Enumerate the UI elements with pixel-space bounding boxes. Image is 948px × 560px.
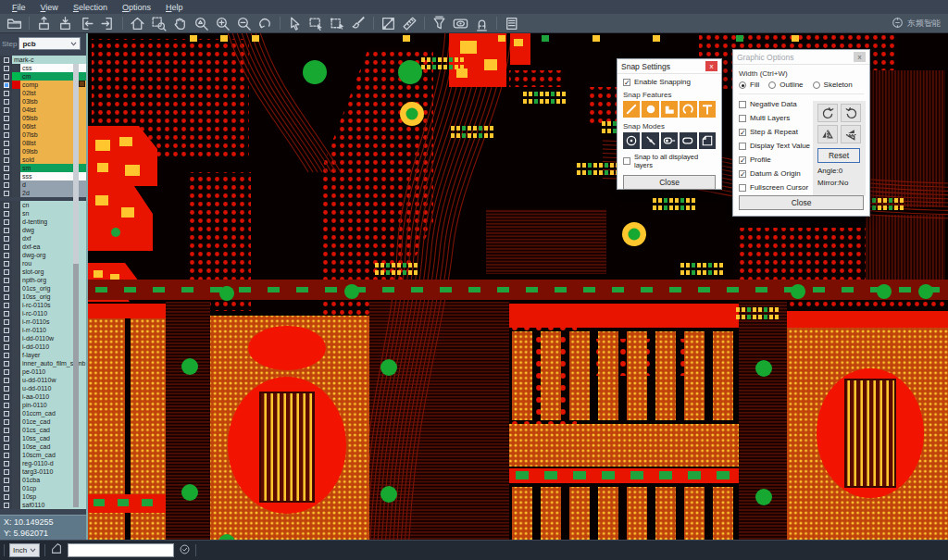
layer-visibility-checkbox[interactable] (4, 461, 9, 467)
layer-visibility-checkbox[interactable] (4, 236, 9, 242)
layer-visibility-checkbox[interactable] (4, 369, 9, 375)
layer-color-swatch[interactable] (12, 376, 20, 384)
layer-color-swatch[interactable] (12, 417, 20, 426)
layer-visibility-checkbox[interactable] (4, 419, 9, 425)
step-select[interactable]: pcb (19, 37, 81, 50)
layer-color-swatch[interactable] (12, 243, 20, 251)
layer-visibility-checkbox[interactable] (4, 411, 9, 417)
select-arrow-icon[interactable] (284, 15, 306, 32)
rotate-ccw-button[interactable] (841, 104, 861, 122)
scrollbar-thumb[interactable] (73, 64, 79, 264)
layer-visibility-checkbox[interactable] (4, 141, 9, 146)
menu-view[interactable]: View (34, 2, 65, 13)
menu-options[interactable]: Options (116, 2, 157, 13)
apply-icon[interactable] (179, 542, 191, 559)
layer-color-swatch[interactable] (12, 106, 20, 114)
layer-visibility-checkbox[interactable] (4, 211, 9, 217)
check-step-repeat[interactable]: ✓Step & Repeat (739, 128, 815, 136)
snap-dialog-titlebar[interactable]: Snap Settings x (617, 59, 721, 74)
layer-visibility-checkbox[interactable] (4, 261, 9, 267)
close-icon[interactable]: x (854, 52, 866, 62)
select-transform-icon[interactable] (327, 15, 348, 32)
checkbox[interactable]: ✓ (739, 129, 746, 136)
layer-color-swatch[interactable] (12, 476, 20, 484)
snap-feature-line-button[interactable] (623, 101, 640, 118)
home-icon[interactable] (127, 15, 148, 32)
check-fullscreen-cursor[interactable]: Fullscreen Cursor (739, 183, 815, 192)
mirror-v-button[interactable] (841, 125, 861, 143)
page-corner-icon[interactable] (50, 542, 63, 559)
layer-color-swatch[interactable] (12, 409, 20, 417)
layer-visibility-checkbox[interactable] (4, 319, 9, 325)
layer-visibility-checkbox[interactable] (4, 82, 9, 88)
select-rect-icon[interactable] (306, 15, 327, 32)
layer-visibility-checkbox[interactable] (4, 386, 9, 392)
layer-color-swatch[interactable] (12, 367, 20, 376)
layer-color-swatch[interactable] (12, 292, 20, 301)
layer-color-swatch[interactable] (12, 64, 20, 72)
mirror-h-button[interactable] (817, 125, 838, 143)
layer-color-swatch[interactable] (12, 392, 20, 401)
layer-visibility-checkbox[interactable] (4, 278, 9, 283)
enable-snapping-checkbox-row[interactable]: ✓ Enable Snapping (623, 78, 716, 86)
layer-color-swatch[interactable] (12, 317, 20, 326)
layer-color-swatch[interactable] (12, 301, 20, 309)
report-form-icon[interactable] (501, 15, 522, 32)
snap-close-button[interactable]: Close (623, 175, 716, 190)
check-datum-origin[interactable]: ✓Datum & Origin (739, 169, 815, 178)
menu-help[interactable]: Help (159, 2, 190, 13)
menu-file[interactable]: File (6, 2, 32, 13)
layer-color-swatch[interactable] (12, 492, 20, 501)
snap-feature-pad-button[interactable] (642, 101, 658, 118)
radio-skeleton[interactable]: Skeleton (813, 81, 853, 89)
checkbox[interactable] (739, 184, 746, 192)
checkbox[interactable] (739, 101, 746, 108)
layer-color-swatch[interactable] (12, 276, 20, 284)
layer-visibility-checkbox[interactable] (4, 116, 9, 121)
layer-visibility-checkbox[interactable] (4, 57, 9, 63)
layer-visibility-checkbox[interactable] (4, 157, 9, 163)
layer-color-swatch[interactable] (12, 164, 20, 172)
layer-visibility-checkbox[interactable] (4, 124, 9, 130)
filter-funnel-icon[interactable] (429, 15, 450, 32)
layer-visibility-checkbox[interactable] (4, 503, 9, 508)
layer-color-swatch[interactable] (12, 180, 20, 189)
pan-hand-icon[interactable] (169, 15, 191, 32)
layer-color-swatch[interactable] (12, 122, 20, 131)
layer-color-swatch[interactable] (12, 501, 20, 509)
layer-color-swatch[interactable] (12, 131, 20, 139)
save-stack-up-icon[interactable] (33, 15, 55, 32)
layer-color-swatch[interactable] (12, 451, 20, 459)
menu-selection[interactable]: Selection (67, 2, 114, 13)
layer-color-swatch[interactable] (12, 234, 20, 243)
layer-visibility-checkbox[interactable] (4, 107, 9, 113)
graphic-dialog-titlebar[interactable]: Graphic Options x (733, 50, 869, 65)
layer-visibility-checkbox[interactable] (4, 99, 9, 105)
layer-visibility-checkbox[interactable] (4, 428, 9, 433)
layer-color-swatch[interactable] (12, 114, 20, 122)
export-right-icon[interactable] (97, 15, 118, 32)
check-display-text-value[interactable]: Display Text Value (739, 142, 815, 150)
layer-row-mark-c[interactable]: mark-c (0, 56, 86, 64)
layer-visibility-checkbox[interactable] (4, 444, 9, 450)
snap-mode-point-button[interactable] (642, 132, 658, 149)
zoom-in-icon[interactable] (212, 15, 233, 32)
layer-color-swatch[interactable] (12, 326, 20, 334)
layer-visibility-checkbox[interactable] (4, 344, 9, 350)
layer-visibility-checkbox[interactable] (4, 182, 9, 188)
snap-mode-slot-button[interactable] (680, 132, 696, 149)
snap-feature-text-button[interactable] (699, 101, 716, 118)
layer-visibility-icon[interactable] (450, 15, 471, 32)
layer-visibility-checkbox[interactable] (4, 66, 9, 71)
radio-outline[interactable]: Outline (768, 81, 803, 89)
measure-ruler-icon[interactable] (399, 15, 420, 32)
layer-list-scrollbar[interactable] (73, 64, 79, 507)
layer-color-swatch[interactable] (12, 226, 20, 234)
zoom-out-icon[interactable] (233, 15, 255, 32)
layer-color-swatch[interactable] (12, 139, 20, 147)
layer-visibility-checkbox[interactable] (4, 219, 9, 225)
close-icon[interactable]: x (705, 61, 717, 71)
layer-color-swatch[interactable] (12, 72, 20, 81)
layer-color-swatch[interactable] (12, 259, 20, 268)
layer-color-swatch[interactable] (12, 467, 20, 476)
